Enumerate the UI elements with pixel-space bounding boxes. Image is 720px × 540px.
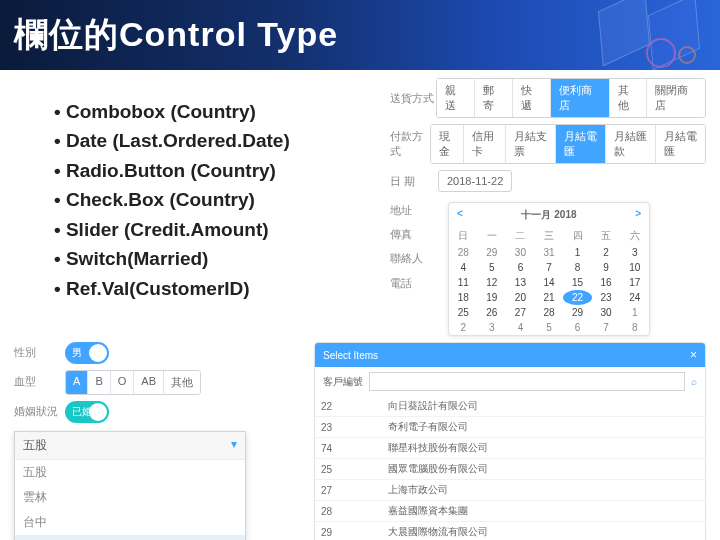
- region-combobox[interactable]: 五股 五股雲林台中五股彰化台南高雄: [14, 431, 246, 540]
- addr-label: 地址: [390, 198, 438, 222]
- cal-day[interactable]: 22: [563, 290, 592, 305]
- cal-prev-icon[interactable]: <: [457, 208, 463, 222]
- refval-dialog: Select Items × 客戶編號 ⌕ 22向日葵設計有限公司23奇利電子有…: [314, 342, 706, 540]
- blood-label: 血型: [14, 374, 62, 389]
- bullet: • Slider (Credit.Amount): [54, 215, 384, 244]
- date-label: 日 期: [390, 174, 438, 189]
- cal-day[interactable]: 27: [506, 305, 535, 320]
- gender-switch[interactable]: 男: [65, 342, 109, 364]
- region-value[interactable]: 五股: [15, 432, 245, 460]
- cal-day[interactable]: 3: [478, 320, 507, 335]
- cal-day[interactable]: 30: [592, 305, 621, 320]
- cal-day[interactable]: 10: [620, 260, 649, 275]
- region-option[interactable]: 雲林: [15, 485, 245, 510]
- table-row[interactable]: 25國眾電腦股份有限公司: [315, 459, 705, 480]
- table-row[interactable]: 74聯星科技股份有限公司: [315, 438, 705, 459]
- bullet: • Radio.Button (Country): [54, 156, 384, 185]
- cal-day[interactable]: 9: [592, 260, 621, 275]
- payment-label: 付款方式: [390, 129, 430, 159]
- cal-day[interactable]: 11: [449, 275, 478, 290]
- cal-day[interactable]: 1: [563, 245, 592, 260]
- table-row[interactable]: 27上海市政公司: [315, 480, 705, 501]
- table-row[interactable]: 22向日葵設計有限公司: [315, 396, 705, 417]
- cal-day[interactable]: 19: [478, 290, 507, 305]
- region-option[interactable]: 台中: [15, 510, 245, 535]
- bullet-list: • Combobox (Country) • Date (Last.Ordere…: [14, 97, 384, 317]
- calendar[interactable]: < 十一月 2018 > 日一二三四五六 2829303112345678910…: [448, 202, 650, 336]
- title-decoration: [580, 0, 720, 82]
- cal-day[interactable]: 6: [563, 320, 592, 335]
- cal-day[interactable]: 4: [449, 260, 478, 275]
- cal-day[interactable]: 6: [506, 260, 535, 275]
- cal-next-icon[interactable]: >: [635, 208, 641, 222]
- married-switch[interactable]: 已婚: [65, 401, 109, 423]
- cal-day[interactable]: 8: [563, 260, 592, 275]
- cal-day[interactable]: 17: [620, 275, 649, 290]
- cal-day[interactable]: 29: [478, 245, 507, 260]
- cal-day[interactable]: 23: [592, 290, 621, 305]
- refval-table: 22向日葵設計有限公司23奇利電子有限公司74聯星科技股份有限公司25國眾電腦股…: [315, 396, 705, 540]
- gender-label: 性別: [14, 345, 62, 360]
- search-icon[interactable]: ⌕: [691, 376, 697, 387]
- cal-day[interactable]: 26: [478, 305, 507, 320]
- cal-day[interactable]: 7: [592, 320, 621, 335]
- cal-day[interactable]: 13: [506, 275, 535, 290]
- switch-demo: 性別 男 血型 ABOAB其他 婚姻狀況 已婚 五股 五股雲林台中五股彰化台南高…: [14, 342, 304, 540]
- cal-day[interactable]: 15: [563, 275, 592, 290]
- demo-radio-date: 送貨方式 親送郵寄快遞便利商店其他關閉商店 付款方式 現金信用卡月結支票月結電匯…: [384, 78, 706, 336]
- cal-day[interactable]: 3: [620, 245, 649, 260]
- cal-day[interactable]: 31: [535, 245, 564, 260]
- cal-month: 十一月 2018: [521, 208, 576, 222]
- cal-day[interactable]: 30: [506, 245, 535, 260]
- cal-day[interactable]: 24: [620, 290, 649, 305]
- cal-day[interactable]: 1: [620, 305, 649, 320]
- bullet: • Combobox (Country): [54, 97, 384, 126]
- search-label: 客戶編號: [323, 375, 363, 389]
- table-row[interactable]: 29大晨國際物流有限公司: [315, 522, 705, 541]
- cal-day[interactable]: 21: [535, 290, 564, 305]
- payment-segment[interactable]: 現金信用卡月結支票月結電匯月結匯款月結電匯: [430, 124, 706, 164]
- table-row[interactable]: 28嘉益國際資本集團: [315, 501, 705, 522]
- cal-day[interactable]: 4: [506, 320, 535, 335]
- shipping-label: 送貨方式: [390, 91, 436, 106]
- bullet: • Switch(Married): [54, 244, 384, 273]
- region-option[interactable]: 五股: [15, 535, 245, 540]
- cal-day[interactable]: 20: [506, 290, 535, 305]
- page-title: 欄位的Control Type: [0, 12, 338, 58]
- contact-label: 聯絡人: [390, 246, 438, 270]
- cal-day[interactable]: 5: [535, 320, 564, 335]
- married-label: 婚姻狀況: [14, 404, 62, 419]
- date-input[interactable]: 2018-11-22: [438, 170, 512, 192]
- region-option[interactable]: 五股: [15, 460, 245, 485]
- blood-segment[interactable]: ABOAB其他: [65, 370, 201, 395]
- cal-day[interactable]: 29: [563, 305, 592, 320]
- table-row[interactable]: 23奇利電子有限公司: [315, 417, 705, 438]
- phone-label: 電話: [390, 271, 438, 295]
- bullet: • Ref.Val(CustomerID): [54, 274, 384, 303]
- cal-day[interactable]: 18: [449, 290, 478, 305]
- cal-day[interactable]: 7: [535, 260, 564, 275]
- cal-day[interactable]: 28: [449, 245, 478, 260]
- bullet: • Date (Last.Ordered.Date): [54, 126, 384, 155]
- cal-day[interactable]: 8: [620, 320, 649, 335]
- cal-day[interactable]: 14: [535, 275, 564, 290]
- cal-day[interactable]: 28: [535, 305, 564, 320]
- cal-day[interactable]: 5: [478, 260, 507, 275]
- fax-label: 傳真: [390, 222, 438, 246]
- search-input[interactable]: [369, 372, 685, 391]
- cal-day[interactable]: 16: [592, 275, 621, 290]
- close-icon[interactable]: ×: [690, 348, 697, 362]
- cal-day[interactable]: 12: [478, 275, 507, 290]
- cal-day[interactable]: 2: [592, 245, 621, 260]
- shipping-segment[interactable]: 親送郵寄快遞便利商店其他關閉商店: [436, 78, 706, 118]
- title-bar: 欄位的Control Type: [0, 0, 720, 70]
- cal-day[interactable]: 2: [449, 320, 478, 335]
- bullet: • Check.Box (Country): [54, 185, 384, 214]
- dialog-title: Select Items: [323, 350, 378, 361]
- cal-day[interactable]: 25: [449, 305, 478, 320]
